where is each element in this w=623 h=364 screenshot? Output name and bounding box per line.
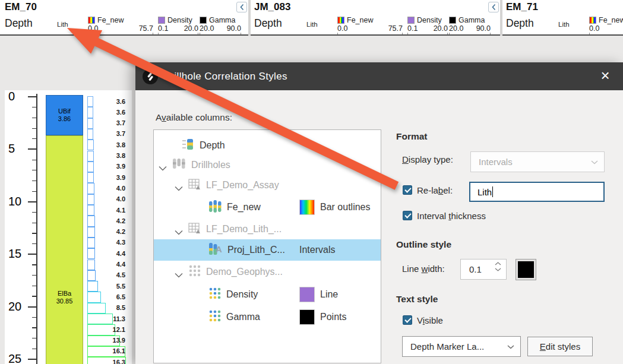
column-style: Bar outlines [299, 200, 371, 215]
depth-tick-label: 10 [8, 195, 21, 208]
tree-item-label: LF_Demo_Lith_... [206, 224, 282, 235]
tree-item-demo-geophys[interactable]: Demo_Geophys... [154, 261, 381, 283]
chevron-down-icon [591, 160, 598, 164]
outline-color-swatch[interactable] [516, 259, 536, 280]
style-label: Intervals [299, 245, 335, 255]
fe-value-label: 3.9 [94, 174, 125, 181]
drillholes-icon [172, 157, 186, 173]
relabel-input[interactable]: Lith [469, 182, 605, 202]
fe-bar-outline [87, 140, 94, 150]
fe_new-swatch-icon [589, 17, 596, 24]
fe-value-label: 3.6 [94, 109, 125, 116]
fe-value-label: 4.1 [94, 207, 125, 214]
table-warning-icon [188, 178, 201, 192]
fe-value-label: 3.8 [94, 141, 125, 148]
tree-item-lf-demo-lith[interactable]: LF_Demo_Lith_... [154, 219, 381, 239]
panel-separator [500, 0, 502, 36]
relabel-checkbox[interactable] [403, 185, 412, 195]
available-columns-label: Available columns: [156, 112, 232, 123]
column-style: Line [299, 287, 338, 302]
chevron-down-icon[interactable] [159, 163, 167, 168]
depth-minor-tick [32, 286, 36, 286]
dots-column-icon [208, 287, 221, 302]
gamma-swatch-icon [200, 17, 207, 24]
curve-legend-group: Fe_new0.075.7Density0.120.0Gamma20.090.0 [249, 0, 501, 34]
depth-tick-label: 15 [8, 247, 21, 261]
fe-bar-outline [87, 118, 93, 129]
tree-item-depth[interactable]: Depth [154, 136, 381, 155]
dialog-titlebar[interactable]: Drillhole Correlation Styles × [135, 62, 623, 90]
visible-label: Visible [417, 315, 443, 325]
column-style: Intervals [299, 245, 335, 255]
tree-item-density[interactable]: DensityLine [154, 283, 381, 306]
depth-tick-label: 0 [8, 90, 15, 103]
interval-column-icon [208, 200, 222, 216]
depth-major-tick [28, 201, 36, 202]
depth-minor-tick [32, 275, 36, 276]
depth-log-icon [182, 138, 194, 154]
tree-item-label: Gamma [226, 312, 260, 322]
spinner-down-icon[interactable] [495, 268, 501, 271]
drillhole-panel-em71: EM_71 Depth Lith Fe_new0.0 [501, 0, 623, 36]
style-swatch [299, 200, 315, 215]
curve-legend-gamma: Gamma20.090.0 [449, 15, 491, 36]
drillhole-panel-jm083: JM_083 Depth Lith Fe_new0.075.7Density0.… [249, 0, 501, 36]
depth-minor-tick [32, 170, 36, 170]
close-icon[interactable]: × [597, 67, 613, 85]
style-label: Line [320, 289, 338, 300]
depth-minor-tick [32, 191, 36, 192]
chevron-down-icon[interactable] [175, 227, 183, 232]
drillhole-log-track: 0510152025UBif3.86ElBa30.853.63.63.73.73… [5, 90, 132, 364]
fe-value-label: 8.5 [94, 304, 125, 311]
depth-minor-tick [32, 327, 36, 328]
drillhole-styles-icon [143, 69, 158, 84]
depth-minor-tick [32, 212, 36, 213]
tree-item-label: Drillholes [191, 160, 230, 170]
tree-item-label: Proj_Lith_C... [227, 245, 285, 255]
depth-major-tick [28, 148, 36, 150]
format-heading: Format [396, 131, 428, 142]
fe-bar-outline [87, 96, 93, 107]
depth-minor-tick [32, 233, 36, 233]
drillhole-panel-em70: EM_70 Depth Lith Fe_new0.075.7Density0.1… [0, 0, 249, 36]
tree-item-label: Demo_Geophys... [206, 267, 283, 277]
curve-legend-fe_new: Fe_new0.075.7 [337, 15, 403, 36]
tree-item-proj-lith-c[interactable]: AProj_Lith_C...Intervals [154, 239, 381, 261]
tree-item-lf-demo-assay[interactable]: LF_Demo_Assay [154, 175, 381, 195]
fe-value-label: 4.2 [94, 217, 125, 224]
dots-column-icon [208, 309, 221, 325]
lith-interval-elba [46, 135, 83, 364]
spinner-up-icon[interactable] [495, 262, 501, 265]
text-style-dropdown[interactable]: Depth Marker La... [402, 336, 521, 357]
dialog-title: Drillhole Correlation Styles [163, 71, 287, 83]
tree-item-gamma[interactable]: GammaPoints [154, 306, 381, 328]
curve-legend-fe_new: Fe_new0.0 [589, 15, 623, 36]
tree-item-label: Depth [200, 140, 225, 151]
display-type-dropdown[interactable]: Intervals [470, 151, 605, 172]
display-type-label: Display type: [402, 154, 453, 164]
lith-interval-label: ElBa30.85 [46, 290, 83, 305]
fe-value-label: 6.5 [94, 293, 125, 300]
tree-item-label: LF_Demo_Assay [206, 180, 279, 191]
depth-tick-label: 25 [8, 352, 21, 364]
available-columns-tree[interactable]: DepthDrillholesLF_Demo_AssayFe_newBar ou… [153, 129, 381, 363]
chevron-down-icon[interactable] [175, 183, 183, 188]
visible-checkbox[interactable] [403, 315, 412, 325]
fe_new-swatch-icon [337, 17, 344, 24]
line-width-spinner[interactable]: 0.1 [460, 259, 507, 280]
fe-value-label: 3.9 [94, 163, 125, 170]
depth-axis-line [36, 94, 37, 364]
tree-item-label: Fe_new [227, 202, 261, 213]
tree-item-drillholes[interactable]: Drillholes [154, 155, 381, 175]
fe-value-label: 4.4 [94, 250, 125, 257]
tree-item-fe-new[interactable]: Fe_newBar outlines [154, 195, 381, 219]
interval-thickness-checkbox[interactable] [403, 211, 412, 220]
chevron-down-icon[interactable] [175, 270, 183, 275]
edit-styles-button[interactable]: Edit styles [527, 337, 593, 356]
depth-minor-tick [32, 296, 36, 296]
tree-item-label: Density [226, 289, 258, 300]
line-width-label: Line width: [402, 264, 445, 274]
depth-minor-tick [32, 160, 36, 160]
panel-separator [248, 0, 251, 36]
style-swatch [299, 309, 315, 325]
